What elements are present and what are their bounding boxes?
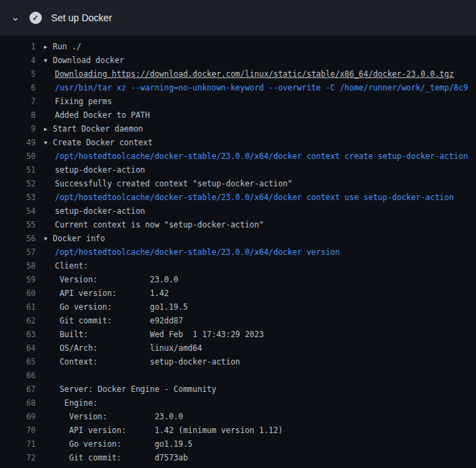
log-line: 52Successfully created context "setup-do…: [0, 177, 476, 190]
group-title: Create Docker context: [53, 138, 152, 147]
line-number[interactable]: 57: [0, 245, 36, 259]
log-text: Engine:: [44, 396, 476, 410]
log-text: API version: 1.42 (minimum version 1.12): [44, 423, 476, 437]
log-text: Git commit: e92dd87: [44, 314, 476, 328]
line-number[interactable]: 58: [0, 259, 36, 273]
log-line: 62 Git commit: e92dd87: [0, 314, 476, 328]
line-number[interactable]: 56: [0, 232, 36, 245]
log-text: setup-docker-action: [44, 163, 476, 177]
group-title: Run ./: [53, 42, 82, 51]
line-number[interactable]: 50: [0, 149, 36, 163]
log-line: 64 OS/Arch: linux/amd64: [0, 341, 476, 355]
log-line: 70 API version: 1.42 (minimum version 1.…: [0, 423, 476, 437]
log-text: ▶Run ./: [44, 40, 476, 53]
group-title: Download docker: [53, 56, 124, 65]
log-line: 51setup-docker-action: [0, 163, 476, 177]
line-number[interactable]: 67: [0, 382, 36, 396]
line-number[interactable]: 1: [0, 40, 36, 53]
log-line: 72 Git commit: d7573ab: [0, 451, 476, 465]
line-number[interactable]: 66: [0, 369, 36, 382]
line-number[interactable]: 69: [0, 410, 36, 423]
log-line: 61 Go version: go1.19.5: [0, 300, 476, 314]
log-text: Server: Docker Engine - Community: [44, 382, 476, 396]
line-number[interactable]: 60: [0, 286, 36, 300]
line-number[interactable]: 72: [0, 451, 36, 465]
log-text: Context: setup-docker-action: [44, 355, 476, 369]
triangle-down-icon: ▼: [44, 136, 53, 149]
line-number[interactable]: 62: [0, 314, 36, 328]
triangle-down-icon: ▼: [44, 232, 53, 245]
log-line: 65 Context: setup-docker-action: [0, 355, 476, 369]
line-number[interactable]: 54: [0, 204, 36, 218]
line-number[interactable]: 5: [0, 67, 36, 81]
line-number[interactable]: 9: [0, 122, 36, 136]
log-line: 67 Server: Docker Engine - Community: [0, 382, 476, 396]
group-title: Docker info: [53, 234, 105, 243]
log-line: 54setup-docker-action: [0, 204, 476, 218]
triangle-right-icon: ▶: [44, 40, 53, 53]
log-line: 59 Version: 23.0.0: [0, 273, 476, 286]
log-text: Added Docker to PATH: [44, 108, 476, 122]
line-number[interactable]: 49: [0, 136, 36, 149]
line-number[interactable]: 61: [0, 300, 36, 314]
log-line: 66: [0, 369, 476, 382]
log-line: 50/opt/hostedtoolcache/docker-stable/23.…: [0, 149, 476, 163]
chevron-down-icon[interactable]: ⌄: [11, 12, 20, 22]
line-number[interactable]: 4: [0, 53, 36, 67]
log-text: Built: Wed Feb 1 17:43:29 2023: [44, 328, 476, 341]
line-number[interactable]: 63: [0, 328, 36, 341]
log-text: /opt/hostedtoolcache/docker-stable/23.0.…: [44, 149, 476, 163]
log-text: /opt/hostedtoolcache/docker-stable/23.0.…: [44, 190, 476, 204]
log-line: 58Client:: [0, 259, 476, 273]
log-line: 53/opt/hostedtoolcache/docker-stable/23.…: [0, 190, 476, 204]
log-group-line[interactable]: 56▼Docker info: [0, 232, 476, 245]
log-text: /usr/bin/tar xz --warning=no-unknown-key…: [44, 81, 476, 95]
line-number[interactable]: 51: [0, 163, 36, 177]
log-text: Downloading https://download.docker.com/…: [44, 67, 476, 81]
group-title: Start Docker daemon: [53, 124, 143, 134]
log-text: OS/Arch: linux/amd64: [44, 341, 476, 355]
log-group-line[interactable]: 4▼Download docker: [0, 53, 476, 67]
line-number[interactable]: 55: [0, 218, 36, 232]
log-line: 5Downloading https://download.docker.com…: [0, 67, 476, 81]
log-line: 60 API version: 1.42: [0, 286, 476, 300]
log-line: 6/usr/bin/tar xz --warning=no-unknown-ke…: [0, 81, 476, 95]
log-text: Git commit: d7573ab: [44, 451, 476, 465]
log-text: ▼Docker info: [44, 232, 476, 245]
log-group-line[interactable]: 49▼Create Docker context: [0, 136, 476, 149]
log-text: API version: 1.42: [44, 286, 476, 300]
log-group-line[interactable]: 9▶Start Docker daemon: [0, 122, 476, 136]
log-lines: 1▶Run ./4▼Download docker5Downloading ht…: [0, 36, 476, 465]
log-text: Go version: go1.19.5: [44, 300, 476, 314]
log-text: ▶Start Docker daemon: [44, 122, 476, 136]
line-number[interactable]: 64: [0, 341, 36, 355]
log-text: setup-docker-action: [44, 204, 476, 218]
line-number[interactable]: 71: [0, 437, 36, 451]
log-line: 7Fixing perms: [0, 95, 476, 108]
line-number[interactable]: 53: [0, 190, 36, 204]
triangle-down-icon: ▼: [44, 54, 53, 67]
log-line: 8Added Docker to PATH: [0, 108, 476, 122]
line-number[interactable]: 52: [0, 177, 36, 190]
step-title: Set up Docker: [51, 12, 112, 23]
line-number[interactable]: 68: [0, 396, 36, 410]
log-text: Fixing perms: [44, 95, 476, 108]
log-line: 63 Built: Wed Feb 1 17:43:29 2023: [0, 328, 476, 341]
log-line: 55Current context is now "setup-docker-a…: [0, 218, 476, 232]
line-number[interactable]: 70: [0, 423, 36, 437]
log-text: Current context is now "setup-docker-act…: [44, 218, 476, 232]
log-link-prefix: Downloading: [55, 69, 112, 79]
log-group-line[interactable]: 1▶Run ./: [0, 40, 476, 53]
log-text: ▼Download docker: [44, 53, 476, 67]
line-number[interactable]: 65: [0, 355, 36, 369]
step-header[interactable]: ⌄ ✓ Set up Docker: [0, 0, 476, 36]
log-line: 57/opt/hostedtoolcache/docker-stable/23.…: [0, 245, 476, 259]
line-number[interactable]: 59: [0, 273, 36, 286]
line-number[interactable]: 8: [0, 108, 36, 122]
line-number[interactable]: 6: [0, 81, 36, 95]
log-viewer: ⌄ ✓ Set up Docker 1▶Run ./4▼Download doc…: [0, 0, 476, 468]
triangle-right-icon: ▶: [44, 123, 53, 136]
line-number[interactable]: 7: [0, 95, 36, 108]
log-link[interactable]: https://download.docker.com/linux/static…: [112, 69, 454, 79]
log-text: Successfully created context "setup-dock…: [44, 177, 476, 190]
